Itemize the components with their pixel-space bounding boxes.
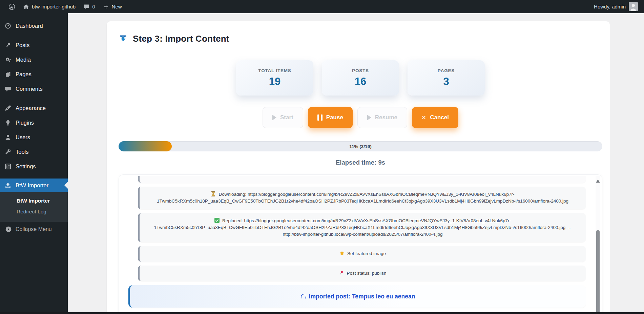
scroll-up-arrow-icon[interactable] — [596, 177, 600, 183]
card-header: Step 3: Import Content — [119, 21, 602, 44]
comment-bubble-icon — [83, 3, 90, 10]
sidebar-item-btw-importer[interactable]: BtW Importer — [0, 179, 68, 192]
button-label: Pause — [326, 114, 343, 121]
sidebar-item-label: Posts — [16, 42, 29, 48]
pushpin-icon — [4, 42, 12, 49]
collapse-menu-label: Collapse Menu — [16, 226, 52, 232]
users-icon — [4, 134, 12, 141]
dashboard-icon — [4, 22, 12, 29]
sidebar-item-media[interactable]: Media — [0, 53, 68, 67]
sidebar-item-label: Tools — [16, 149, 29, 155]
stat-value: 3 — [443, 76, 449, 88]
importer-upload-icon — [4, 182, 12, 189]
sidebar-item-pages[interactable]: Pages — [0, 67, 68, 82]
play-icon — [272, 115, 276, 120]
sidebar-item-settings[interactable]: Settings — [0, 159, 68, 174]
pause-icon — [317, 114, 323, 121]
divider — [119, 50, 602, 50]
pause-button[interactable]: Pause — [308, 107, 353, 128]
log-entry: Post status: publish — [138, 266, 586, 281]
sidebar-item-appearance[interactable]: Appearance — [0, 101, 68, 116]
stats-row: TOTAL ITEMS19POSTS16PAGES3 — [119, 60, 602, 96]
log-entry-partial — [138, 176, 586, 183]
sidebar-item-tools[interactable]: Tools — [0, 145, 68, 159]
play-icon — [367, 115, 371, 120]
bottom-edge — [0, 312, 644, 314]
tools-wrench-icon — [4, 148, 12, 155]
wordpress-logo[interactable] — [5, 0, 19, 13]
submenu-item-redirect-log[interactable]: Redirect Log — [0, 206, 68, 217]
x-icon: ✕ — [421, 114, 426, 121]
submenu-item-btw-importer[interactable]: BtW Importer — [0, 195, 68, 206]
sidebar-item-label: Appearance — [16, 105, 46, 111]
elapsed-time: Elapsed time: 9s — [119, 159, 602, 166]
site-name: btw-importer-github — [32, 4, 76, 9]
sidebar-submenu: BtW ImporterRedirect Log — [0, 192, 68, 222]
sidebar-item-label: Settings — [16, 163, 36, 170]
sidebar-item-label: Comments — [16, 86, 43, 92]
sidebar-menu: DashboardPostsMediaPagesCommentsAppearan… — [0, 13, 68, 192]
sidebar-item-label: Media — [16, 57, 31, 63]
comments-icon — [4, 85, 12, 92]
stat-label: POSTS — [352, 68, 369, 73]
page-title: Step 3: Import Content — [133, 34, 229, 44]
comments-indicator[interactable]: 0 — [79, 0, 99, 13]
log-entry-text: Downloading: https://blogger.googleuserc… — [157, 192, 568, 204]
site-link[interactable]: btw-importer-github — [19, 0, 79, 13]
button-label: Resume — [375, 114, 397, 121]
user-avatar-icon — [629, 2, 638, 11]
star-icon — [339, 251, 345, 256]
settings-icon — [4, 163, 12, 170]
sidebar-item-users[interactable]: Users — [0, 130, 68, 145]
sidebar-item-dashboard[interactable]: Dashboard — [0, 19, 68, 33]
scroll-thumb[interactable] — [596, 230, 600, 314]
sidebar-item-label: BtW Importer — [16, 182, 48, 189]
avatar[interactable] — [629, 2, 638, 11]
check-icon — [214, 218, 220, 223]
collapse-menu-button[interactable]: Collapse Menu — [0, 222, 68, 233]
progress-bar: 11% (2/19) — [119, 141, 602, 151]
hourglass-icon — [211, 191, 216, 196]
plugins-icon — [4, 119, 12, 126]
admin-bar: btw-importer-github 0 New Howdy, admin — [0, 0, 644, 13]
appearance-brush-icon — [4, 105, 12, 112]
progress-label: 11% (2/19) — [119, 141, 602, 151]
stat-value: 19 — [269, 76, 281, 88]
spinner-icon — [301, 294, 306, 299]
sidebar-item-label: Dashboard — [16, 23, 43, 29]
wordpress-icon — [8, 3, 15, 10]
log-entries: Downloading: https://blogger.googleuserc… — [119, 176, 602, 308]
log-scrollbar[interactable] — [596, 176, 600, 314]
sidebar-item-plugins[interactable]: Plugins — [0, 116, 68, 130]
sidebar-item-comments[interactable]: Comments — [0, 82, 68, 96]
log-entry-text: Post status: publish — [347, 271, 386, 276]
log-entry: Replaced: https://blogger.googleusercont… — [138, 213, 586, 243]
button-label: Cancel — [430, 114, 449, 121]
sidebar-item-label: Plugins — [16, 120, 34, 126]
stat-card-total-items: TOTAL ITEMS19 — [236, 60, 313, 96]
pin-icon — [339, 270, 344, 275]
import-icon — [119, 34, 128, 43]
stat-value: 16 — [355, 76, 366, 88]
cancel-button[interactable]: ✕Cancel — [412, 107, 458, 128]
media-icon — [4, 56, 12, 63]
stat-label: PAGES — [438, 68, 455, 73]
log-entry-text: Imported post: Tempus leo eu aenean — [309, 293, 415, 300]
log-panel: Downloading: https://blogger.googleuserc… — [119, 174, 602, 314]
sidebar-item-posts[interactable]: Posts — [0, 38, 68, 53]
importer-card: Step 3: Import Content TOTAL ITEMS19POST… — [107, 21, 610, 314]
resume-button[interactable]: Resume — [357, 107, 407, 128]
stat-card-pages: PAGES3 — [408, 60, 485, 96]
wordpress-admin: btw-importer-github 0 New Howdy, admin D… — [0, 0, 644, 314]
collapse-arrow-icon — [5, 226, 12, 233]
log-entry: Set featured image — [138, 246, 586, 261]
new-label: New — [112, 4, 122, 9]
start-button[interactable]: Start — [263, 107, 303, 128]
sidebar: DashboardPostsMediaPagesCommentsAppearan… — [0, 13, 68, 314]
plus-icon — [103, 3, 109, 10]
sidebar-item-label: Users — [16, 134, 30, 141]
new-menu[interactable]: New — [99, 0, 126, 13]
howdy-text[interactable]: Howdy, admin — [594, 4, 626, 9]
content-area: Step 3: Import Content TOTAL ITEMS19POST… — [68, 13, 644, 314]
log-entry-text: Set featured image — [347, 251, 386, 256]
